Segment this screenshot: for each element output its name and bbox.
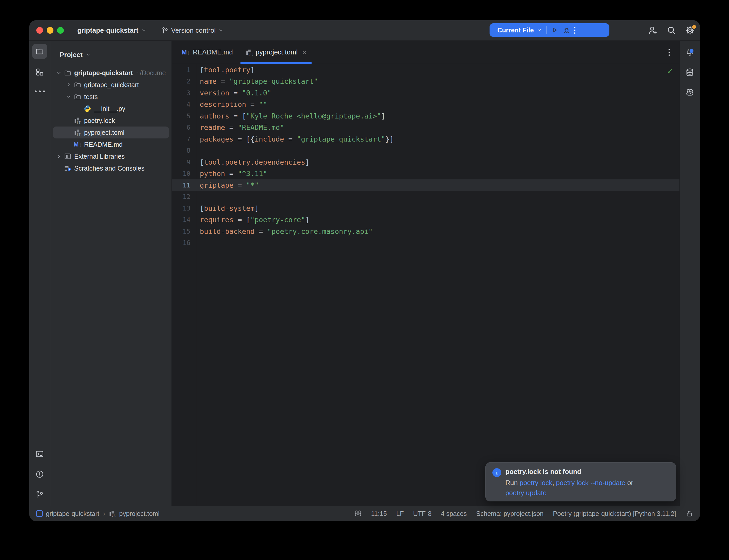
code-text[interactable]: readme = "README.md" [197,123,284,131]
line-separator[interactable]: LF [396,510,404,517]
code-with-me-icon[interactable] [647,25,658,36]
project-widget[interactable]: griptape-quickstart [77,26,146,34]
tree-item-label: External Libraries [74,153,125,160]
code-text[interactable]: authors = ["Kyle Roche <hello@griptape.a… [197,112,385,120]
tree-row-external-libraries[interactable]: External Libraries [53,150,169,162]
tree-row-griptape-quickstart[interactable]: griptape-quickstart~/Docume [53,67,169,79]
line-number[interactable]: 3 [172,89,197,97]
code-text[interactable]: [tool.poetry.dependencies] [197,158,309,166]
file-encoding[interactable]: UTF-8 [413,510,432,517]
editor-line-4[interactable]: 4description = "" [172,99,679,110]
tab-pyproject-toml[interactable]: [T]pyproject.toml× [239,41,313,64]
database-tool-window-button[interactable] [682,65,697,80]
tree-row-init-py[interactable]: __init__.py [53,103,169,115]
code-text[interactable]: description = "" [197,100,267,108]
editor-line-8[interactable]: 8 [172,145,679,157]
editor-line-10[interactable]: 10python = "^3.11" [172,168,679,180]
editor-line-13[interactable]: 13[build-system] [172,202,679,214]
tree-row-tests[interactable]: tests [53,91,169,103]
editor-line-14[interactable]: 14requires = ["poetry-core"] [172,214,679,226]
chevron-right-icon[interactable] [54,152,63,161]
line-number[interactable]: 1 [172,66,197,74]
editor-line-6[interactable]: 6readme = "README.md" [172,122,679,134]
terminal-tool-window-button[interactable] [32,446,47,461]
run-configuration-widget[interactable]: Current File [490,23,609,37]
editor-line-3[interactable]: 3version = "0.1.0" [172,87,679,99]
chevron-right-icon[interactable] [64,80,73,89]
project-panel-header[interactable]: Project [60,48,91,61]
link-poetry-lock[interactable]: poetry lock [520,479,552,487]
tree-row-scratches-and-consoles[interactable]: Scratches and Consoles [53,162,169,174]
editor[interactable]: ✓ 1[tool.poetry]2name = "griptape-quicks… [172,64,679,506]
line-number[interactable]: 5 [172,112,197,120]
editor-line-15[interactable]: 15build-backend = "poetry.core.masonry.a… [172,226,679,237]
tree-row-pyproject-toml[interactable]: [T]pyproject.toml [53,127,169,138]
json-schema[interactable]: Schema: pyproject.json [476,510,544,517]
tab-readme-md[interactable]: M↓README.md [175,41,239,64]
minimize-window-button[interactable] [47,27,53,34]
ai-icon[interactable] [354,510,362,517]
editor-line-16[interactable]: 16 [172,237,679,249]
run-button[interactable] [551,26,559,34]
project-tool-window-button[interactable] [32,44,47,59]
chevron-down-icon[interactable] [54,68,63,77]
editor-line-11[interactable]: 11griptape = "*" [172,179,679,191]
indent-size[interactable]: 4 spaces [441,510,467,517]
line-number[interactable]: 13 [172,205,197,212]
breadcrumb-file[interactable]: pyproject.toml [119,510,159,517]
notifications-button[interactable] [682,45,697,60]
line-number[interactable]: 14 [172,216,197,223]
line-number[interactable]: 9 [172,158,197,166]
line-number[interactable]: 10 [172,170,197,177]
tree-row-readme-md[interactable]: M↓README.md [53,138,169,150]
code-text[interactable]: packages = [{include = "griptape_quickst… [197,135,394,143]
line-number[interactable]: 16 [172,239,197,247]
line-number[interactable]: 6 [172,124,197,131]
structure-tool-window-button[interactable] [32,65,47,80]
markdown-icon: M↓ [74,141,82,148]
code-text[interactable]: [build-system] [197,204,259,212]
line-number[interactable]: 15 [172,228,197,235]
line-number[interactable]: 7 [172,135,197,143]
cursor-position[interactable]: 11:15 [371,510,387,517]
maximize-window-button[interactable] [57,27,64,34]
tab-options-kebab-icon[interactable] [664,47,674,58]
editor-line-12[interactable]: 12 [172,191,679,203]
line-number[interactable]: 4 [172,101,197,108]
line-number[interactable]: 8 [172,147,197,154]
code-text[interactable]: build-backend = "poetry.core.masonry.api… [197,227,373,235]
version-control-tool-window-button[interactable] [32,487,47,502]
code-text[interactable]: name = "griptape-quickstart" [197,77,318,85]
close-icon[interactable]: × [302,48,307,57]
editor-line-7[interactable]: 7packages = [{include = "griptape_quicks… [172,133,679,145]
search-everywhere-icon[interactable] [666,25,677,36]
editor-line-1[interactable]: 1[tool.poetry] [172,64,679,76]
settings-gear-icon[interactable] [684,25,696,36]
code-text[interactable]: python = "^3.11" [197,170,267,178]
line-number[interactable]: 11 [172,181,197,189]
code-text[interactable]: requires = ["poetry-core"] [197,216,309,224]
vcs-widget[interactable]: Version control [161,26,224,34]
line-number[interactable]: 12 [172,193,197,200]
code-text[interactable]: griptape = "*" [197,181,259,189]
more-tool-windows-button[interactable] [32,84,47,99]
link-poetry-lock-no-update[interactable]: poetry lock --no-update [556,479,625,487]
code-text[interactable]: version = "0.1.0" [197,89,271,97]
editor-line-2[interactable]: 2name = "griptape-quickstart" [172,76,679,87]
link-poetry-update[interactable]: poetry update [505,489,547,497]
editor-line-9[interactable]: 9[tool.poetry.dependencies] [172,156,679,168]
line-number[interactable]: 2 [172,78,197,85]
chevron-down-icon[interactable] [64,92,73,101]
python-interpreter[interactable]: Poetry (griptape-quickstart) [Python 3.1… [553,510,676,517]
tree-row-griptape-quickstart[interactable]: griptape_quickstart [53,79,169,91]
code-text[interactable]: [tool.poetry] [197,66,254,74]
lock-icon[interactable] [685,510,693,517]
problems-tool-window-button[interactable] [32,467,47,482]
tree-row-poetry-lock[interactable]: [T]poetry.lock [53,115,169,127]
editor-line-5[interactable]: 5authors = ["Kyle Roche <hello@griptape.… [172,110,679,122]
more-run-options-button[interactable] [574,27,575,34]
breadcrumb-project[interactable]: griptape-quickstart [46,510,99,517]
ai-assistant-tool-window-button[interactable] [682,85,697,100]
debug-button[interactable] [563,26,571,34]
close-window-button[interactable] [36,27,43,34]
